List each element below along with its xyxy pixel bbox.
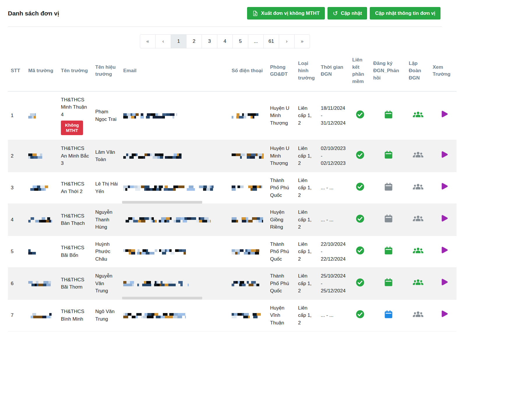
row-index-cell: 3 xyxy=(8,172,25,204)
create-team-cell xyxy=(406,236,430,268)
calendar-icon[interactable] xyxy=(384,150,393,159)
calendar-icon[interactable] xyxy=(384,310,393,319)
department-cell: Thành Phố Phú Quốc xyxy=(267,236,295,268)
calendar-icon[interactable] xyxy=(384,110,393,119)
department-cell: Huyện Vĩnh Thuận xyxy=(267,299,295,331)
table-row: 4TH&THCS Bàn ThạchNguyễn Thanh HùngHuyện… xyxy=(8,204,457,236)
check-circle-icon xyxy=(356,110,364,119)
school-type-cell: Liên cấp 1, 2 xyxy=(295,204,318,236)
school-name: TH&THCS An Thới 2 xyxy=(61,180,90,195)
school-type-cell: Liên cấp 1, 2 xyxy=(295,140,318,172)
first-page-button[interactable]: « xyxy=(140,34,156,48)
page-button-5[interactable]: 5 xyxy=(232,34,248,48)
row-index-cell: 2 xyxy=(8,140,25,172)
school-code-cell xyxy=(25,268,58,300)
team-group-icon[interactable] xyxy=(413,215,423,222)
principal-name-cell: Ngô Văn Trung xyxy=(92,299,120,331)
school-type-cell: Liên cấp 1, 2 xyxy=(295,299,318,331)
play-icon[interactable] xyxy=(438,150,448,160)
evaluation-time-cell: ... - ... xyxy=(318,299,349,331)
email-cell xyxy=(120,140,229,172)
check-circle-icon xyxy=(356,151,364,159)
school-name: TH&THCS Bình Minh xyxy=(61,308,90,323)
redacted-email xyxy=(123,186,214,191)
department-cell: Thành Phố Phú Quốc xyxy=(267,172,295,204)
school-name-cell: TH&THCS An Minh Bắc 3 xyxy=(58,140,92,172)
software-link-cell xyxy=(349,140,370,172)
calendar-icon[interactable] xyxy=(384,182,393,191)
redacted-email xyxy=(123,281,189,286)
calendar-icon[interactable] xyxy=(384,246,393,255)
school-name: TH&THCS Minh Thuận 4 xyxy=(61,96,90,119)
page-button-2[interactable]: 2 xyxy=(186,34,202,48)
team-group-icon[interactable] xyxy=(413,151,423,158)
play-icon[interactable] xyxy=(438,309,448,319)
page-button-4[interactable]: 4 xyxy=(217,34,233,48)
register-dgn-cell xyxy=(370,299,406,331)
evaluation-time-cell: 22/10/2024 - 22/12/2024 xyxy=(318,236,349,268)
principal-name-cell: Lâm Văn Toàn xyxy=(92,140,120,172)
email-cell xyxy=(120,299,229,331)
view-school-cell xyxy=(430,140,457,172)
school-type-cell: Liên cấp 1, 2 xyxy=(295,91,318,140)
redacted-phone xyxy=(232,313,261,318)
phone-cell xyxy=(229,236,267,268)
department-cell: Huyện Giồng Riềng xyxy=(267,204,295,236)
refresh-icon: ↺ xyxy=(333,10,338,16)
update-unit-info-button[interactable]: Cập nhật thông tin đơn vị xyxy=(370,7,441,20)
redacted-school-code xyxy=(28,113,36,119)
column-header-time: Thời gian ĐGN xyxy=(318,52,349,91)
table-row: 6TH&THCS Bãi ThơmNguyễn Văn TrungThành P… xyxy=(8,268,457,300)
play-icon[interactable] xyxy=(438,278,448,287)
play-icon[interactable] xyxy=(438,245,448,255)
team-group-icon[interactable] xyxy=(413,311,423,318)
team-group-icon[interactable] xyxy=(413,247,423,254)
play-icon[interactable] xyxy=(438,109,448,119)
page-button-1[interactable]: 1 xyxy=(171,34,186,48)
page-button-3[interactable]: 3 xyxy=(202,34,217,48)
team-group-icon[interactable] xyxy=(413,279,423,286)
export-no-mtht-button[interactable]: Xuất đơn vị không MTHT xyxy=(247,7,325,20)
play-icon[interactable] xyxy=(438,182,448,192)
software-link-cell xyxy=(349,236,370,268)
units-table: STTMã trườngTên trườngTên hiệu trưởngEma… xyxy=(8,52,457,331)
register-dgn-cell xyxy=(370,204,406,236)
update-button[interactable]: ↺ Cập nhật xyxy=(327,7,367,20)
school-code-cell xyxy=(25,236,58,268)
prev-page-button[interactable]: ‹ xyxy=(155,34,171,48)
view-school-cell xyxy=(430,91,457,140)
column-header-principal: Tên hiệu trưởng xyxy=(92,52,120,91)
calendar-icon[interactable] xyxy=(384,278,393,287)
school-type-cell: Liên cấp 1, 2 xyxy=(295,268,318,300)
redacted-email xyxy=(123,113,177,119)
page-title: Danh sách đơn vị xyxy=(8,10,59,17)
team-group-icon[interactable] xyxy=(413,111,423,118)
column-header-stt: STT xyxy=(8,52,25,91)
column-header-view: Xem Trường xyxy=(430,52,457,91)
software-link-cell xyxy=(349,91,370,140)
toolbar: Xuất đơn vị không MTHT ↺ Cập nhật Cập nh… xyxy=(247,7,441,20)
header-divider xyxy=(8,27,442,27)
page-button-61[interactable]: 61 xyxy=(263,34,279,48)
column-header-team: Lập Đoàn ĐGN xyxy=(406,52,430,91)
calendar-icon[interactable] xyxy=(384,214,393,223)
excel-file-icon xyxy=(252,10,258,16)
phone-cell xyxy=(229,268,267,300)
register-dgn-cell xyxy=(370,172,406,204)
phone-cell xyxy=(229,172,267,204)
check-circle-icon xyxy=(356,310,364,319)
software-link-cell xyxy=(349,204,370,236)
principal-name-cell: Nguyễn Văn Trung xyxy=(92,268,120,300)
redacted-phone xyxy=(232,281,259,286)
next-page-button[interactable]: › xyxy=(279,34,295,48)
units-list-page: Danh sách đơn vị Xuất đơn vị không MTHT … xyxy=(0,0,457,331)
redacted-phone xyxy=(232,153,264,159)
horizontal-scrollbar[interactable] xyxy=(122,297,202,299)
create-team-cell xyxy=(406,172,430,204)
horizontal-scrollbar[interactable] xyxy=(122,201,202,204)
no-mtht-badge: Không MTHT xyxy=(61,121,83,135)
team-group-icon[interactable] xyxy=(413,183,423,190)
play-icon[interactable] xyxy=(438,214,448,224)
header-bar: Danh sách đơn vị Xuất đơn vị không MTHT … xyxy=(8,7,457,20)
last-page-button[interactable]: » xyxy=(294,34,310,48)
